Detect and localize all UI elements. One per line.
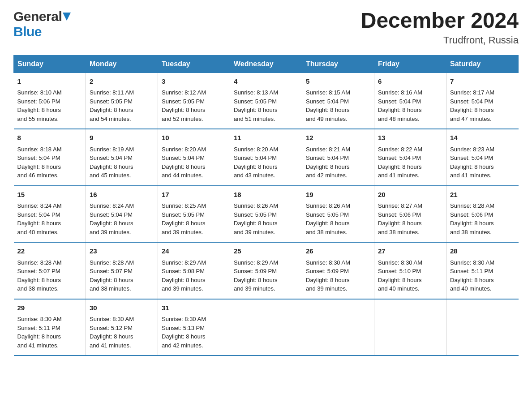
calendar-cell: 20Sunrise: 8:27 AMSunset: 5:06 PMDayligh… — [374, 186, 446, 243]
day-info: Sunrise: 8:18 AMSunset: 5:04 PMDaylight:… — [17, 145, 82, 180]
day-number: 4 — [234, 77, 298, 87]
day-info: Sunrise: 8:11 AMSunset: 5:05 PMDaylight:… — [90, 88, 154, 123]
calendar-cell: 29Sunrise: 8:30 AMSunset: 5:11 PMDayligh… — [14, 299, 86, 356]
calendar-cell — [230, 299, 302, 356]
svg-marker-0 — [63, 13, 71, 21]
calendar-cell: 5Sunrise: 8:15 AMSunset: 5:04 PMDaylight… — [302, 73, 374, 129]
day-number: 12 — [306, 133, 370, 143]
day-info: Sunrise: 8:25 AMSunset: 5:05 PMDaylight:… — [162, 201, 226, 236]
calendar-cell — [446, 299, 519, 356]
day-info: Sunrise: 8:30 AMSunset: 5:09 PMDaylight:… — [306, 258, 370, 293]
calendar-cell: 12Sunrise: 8:21 AMSunset: 5:04 PMDayligh… — [302, 129, 374, 186]
day-number: 30 — [90, 303, 154, 313]
calendar-cell: 11Sunrise: 8:20 AMSunset: 5:04 PMDayligh… — [230, 129, 302, 186]
calendar-cell: 1Sunrise: 8:10 AMSunset: 5:06 PMDaylight… — [14, 73, 86, 129]
day-info: Sunrise: 8:24 AMSunset: 5:04 PMDaylight:… — [17, 201, 82, 236]
day-number: 11 — [234, 133, 298, 143]
day-info: Sunrise: 8:30 AMSunset: 5:12 PMDaylight:… — [90, 315, 154, 350]
calendar-cell: 15Sunrise: 8:24 AMSunset: 5:04 PMDayligh… — [14, 186, 86, 243]
day-info: Sunrise: 8:27 AMSunset: 5:06 PMDaylight:… — [378, 201, 442, 236]
col-header-sunday: Sunday — [14, 55, 86, 73]
calendar-cell: 18Sunrise: 8:26 AMSunset: 5:05 PMDayligh… — [230, 186, 302, 243]
col-header-tuesday: Tuesday — [158, 55, 230, 73]
day-info: Sunrise: 8:22 AMSunset: 5:04 PMDaylight:… — [378, 145, 442, 180]
page-header: General Blue December 2024 Trudfront, Ru… — [13, 9, 519, 46]
day-info: Sunrise: 8:20 AMSunset: 5:04 PMDaylight:… — [162, 145, 226, 180]
day-number: 14 — [450, 133, 515, 143]
calendar-cell: 17Sunrise: 8:25 AMSunset: 5:05 PMDayligh… — [158, 186, 230, 243]
calendar-cell: 3Sunrise: 8:12 AMSunset: 5:05 PMDaylight… — [158, 73, 230, 129]
calendar-cell: 23Sunrise: 8:28 AMSunset: 5:07 PMDayligh… — [86, 242, 158, 299]
calendar-cell: 22Sunrise: 8:28 AMSunset: 5:07 PMDayligh… — [14, 242, 86, 299]
calendar-cell: 26Sunrise: 8:30 AMSunset: 5:09 PMDayligh… — [302, 242, 374, 299]
day-number: 9 — [90, 133, 154, 143]
calendar-cell: 16Sunrise: 8:24 AMSunset: 5:04 PMDayligh… — [86, 186, 158, 243]
calendar-cell: 4Sunrise: 8:13 AMSunset: 5:05 PMDaylight… — [230, 73, 302, 129]
day-info: Sunrise: 8:26 AMSunset: 5:05 PMDaylight:… — [306, 201, 370, 236]
day-info: Sunrise: 8:26 AMSunset: 5:05 PMDaylight:… — [234, 201, 298, 236]
calendar-cell: 13Sunrise: 8:22 AMSunset: 5:04 PMDayligh… — [374, 129, 446, 186]
calendar-cell: 8Sunrise: 8:18 AMSunset: 5:04 PMDaylight… — [14, 129, 86, 186]
day-number: 31 — [162, 303, 226, 313]
calendar-week-row: 22Sunrise: 8:28 AMSunset: 5:07 PMDayligh… — [14, 242, 519, 299]
day-number: 22 — [17, 246, 82, 257]
col-header-friday: Friday — [374, 55, 446, 73]
calendar-cell: 10Sunrise: 8:20 AMSunset: 5:04 PMDayligh… — [158, 129, 230, 186]
calendar-week-row: 8Sunrise: 8:18 AMSunset: 5:04 PMDaylight… — [14, 129, 519, 186]
calendar-cell: 21Sunrise: 8:28 AMSunset: 5:06 PMDayligh… — [446, 186, 519, 243]
day-info: Sunrise: 8:15 AMSunset: 5:04 PMDaylight:… — [306, 88, 370, 123]
day-number: 6 — [378, 77, 442, 87]
calendar-cell: 30Sunrise: 8:30 AMSunset: 5:12 PMDayligh… — [86, 299, 158, 356]
calendar-cell: 19Sunrise: 8:26 AMSunset: 5:05 PMDayligh… — [302, 186, 374, 243]
day-number: 15 — [17, 190, 82, 200]
day-info: Sunrise: 8:20 AMSunset: 5:04 PMDaylight:… — [234, 145, 298, 180]
calendar-cell — [374, 299, 446, 356]
col-header-wednesday: Wednesday — [230, 55, 302, 73]
day-number: 24 — [162, 246, 226, 257]
logo: General Blue — [13, 9, 71, 39]
col-header-saturday: Saturday — [446, 55, 519, 73]
logo-triangle-icon — [63, 13, 71, 22]
day-info: Sunrise: 8:23 AMSunset: 5:04 PMDaylight:… — [450, 145, 515, 180]
day-info: Sunrise: 8:16 AMSunset: 5:04 PMDaylight:… — [378, 88, 442, 123]
day-number: 16 — [90, 190, 154, 200]
day-info: Sunrise: 8:28 AMSunset: 5:06 PMDaylight:… — [450, 201, 515, 236]
day-info: Sunrise: 8:17 AMSunset: 5:04 PMDaylight:… — [450, 88, 515, 123]
page-title: December 2024 — [361, 9, 519, 33]
calendar-cell: 14Sunrise: 8:23 AMSunset: 5:04 PMDayligh… — [446, 129, 519, 186]
col-header-thursday: Thursday — [302, 55, 374, 73]
day-number: 28 — [450, 246, 515, 257]
calendar-cell: 24Sunrise: 8:29 AMSunset: 5:08 PMDayligh… — [158, 242, 230, 299]
calendar-cell: 28Sunrise: 8:30 AMSunset: 5:11 PMDayligh… — [446, 242, 519, 299]
day-info: Sunrise: 8:19 AMSunset: 5:04 PMDaylight:… — [90, 145, 154, 180]
day-number: 3 — [162, 77, 226, 87]
day-number: 26 — [306, 246, 370, 257]
day-info: Sunrise: 8:29 AMSunset: 5:09 PMDaylight:… — [234, 258, 298, 293]
calendar-cell: 7Sunrise: 8:17 AMSunset: 5:04 PMDaylight… — [446, 73, 519, 129]
day-info: Sunrise: 8:29 AMSunset: 5:08 PMDaylight:… — [162, 258, 226, 293]
day-number: 19 — [306, 190, 370, 200]
calendar-cell — [302, 299, 374, 356]
day-number: 17 — [162, 190, 226, 200]
calendar-cell: 31Sunrise: 8:30 AMSunset: 5:13 PMDayligh… — [158, 299, 230, 356]
day-number: 5 — [306, 77, 370, 87]
day-number: 20 — [378, 190, 442, 200]
calendar-week-row: 1Sunrise: 8:10 AMSunset: 5:06 PMDaylight… — [14, 73, 519, 129]
day-number: 7 — [450, 77, 515, 87]
logo-blue-text: Blue — [13, 24, 42, 39]
day-info: Sunrise: 8:21 AMSunset: 5:04 PMDaylight:… — [306, 145, 370, 180]
day-number: 1 — [17, 77, 82, 87]
day-number: 8 — [17, 133, 82, 143]
day-number: 27 — [378, 246, 442, 257]
day-number: 18 — [234, 190, 298, 200]
page-subtitle: Trudfront, Russia — [361, 34, 519, 46]
day-info: Sunrise: 8:13 AMSunset: 5:05 PMDaylight:… — [234, 88, 298, 123]
calendar-cell: 6Sunrise: 8:16 AMSunset: 5:04 PMDaylight… — [374, 73, 446, 129]
calendar-cell: 25Sunrise: 8:29 AMSunset: 5:09 PMDayligh… — [230, 242, 302, 299]
calendar-week-row: 15Sunrise: 8:24 AMSunset: 5:04 PMDayligh… — [14, 186, 519, 243]
day-info: Sunrise: 8:28 AMSunset: 5:07 PMDaylight:… — [17, 258, 82, 293]
day-info: Sunrise: 8:30 AMSunset: 5:10 PMDaylight:… — [378, 258, 442, 293]
day-number: 25 — [234, 246, 298, 257]
day-number: 13 — [378, 133, 442, 143]
day-info: Sunrise: 8:10 AMSunset: 5:06 PMDaylight:… — [17, 88, 82, 123]
